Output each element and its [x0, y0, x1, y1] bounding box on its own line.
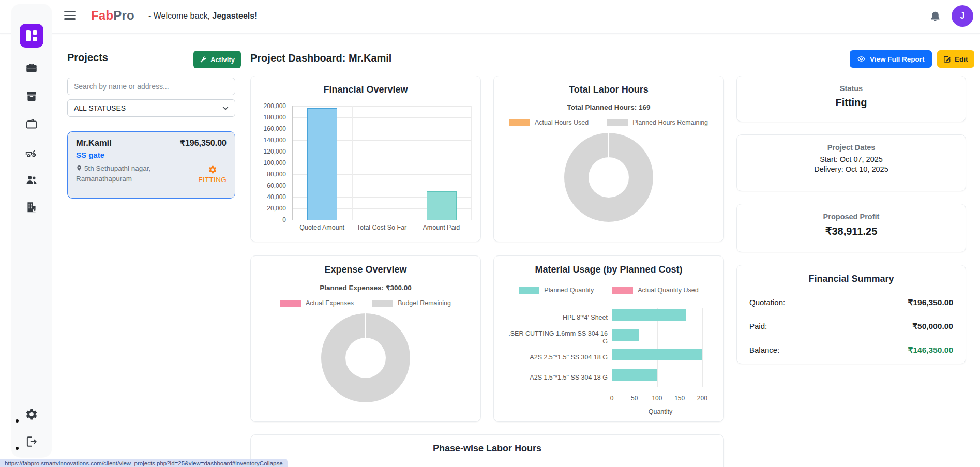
view-full-report-label: View Full Report	[870, 55, 925, 63]
x-axis-tick: 50	[631, 395, 638, 402]
material-label: .SER CUTTING 1.6mm SS 304 16 G	[502, 330, 612, 345]
x-axis-category: Total Cost So Far	[352, 224, 411, 234]
legend-swatch	[519, 287, 539, 294]
brand-pro: Pro	[113, 8, 134, 22]
browser-status-url: https://fabpro.smartvinnovations.com/cli…	[0, 459, 288, 467]
project-address: 5th Sethupathi nagar, Ramanathapuram	[76, 164, 150, 184]
summary-label: Paid:	[749, 322, 767, 330]
legend-item[interactable]: Actual Expenses	[280, 299, 354, 307]
edit-button[interactable]: Edit	[937, 50, 974, 68]
summary-label: Balance:	[749, 345, 779, 354]
legend-label: Budget Remaining	[398, 299, 451, 307]
chevron-down-icon	[222, 106, 229, 110]
y-axis-tick: 40,000	[267, 193, 286, 201]
view-full-report-button[interactable]: View Full Report	[850, 50, 932, 68]
financial-summary-rows: Quotation:₹196,350.00Paid:₹50,000.00Bala…	[748, 291, 954, 361]
legend-swatch	[372, 300, 393, 307]
sidebar-item-company[interactable]	[25, 201, 38, 214]
y-axis-tick: 80,000	[267, 171, 286, 178]
legend-item[interactable]: Actual Hours Used	[509, 119, 589, 126]
status-filter-value: ALL STATUSES	[74, 104, 126, 112]
welcome-prefix: - Welcome back,	[148, 11, 212, 20]
top-header: FabPro - Welcome back, Jegasteels! J	[0, 0, 980, 34]
welcome-suffix: !	[254, 11, 257, 20]
phase-labor-hours-title: Phase-wise Labor Hours	[251, 443, 723, 454]
material-label: HPL 8'*4' Sheet	[502, 314, 612, 321]
sidebar-item-settings[interactable]	[25, 408, 38, 421]
search-input[interactable]	[67, 78, 235, 95]
planned-expenses-subtitle: Planned Expenses: ₹300.00	[251, 283, 480, 292]
y-axis-tick: 0	[282, 216, 286, 223]
brand-fab: Fab	[91, 8, 113, 22]
project-settings-gear-icon[interactable]	[208, 165, 217, 174]
notification-bell-icon[interactable]	[929, 10, 942, 23]
x-axis-label: Quantity	[612, 408, 709, 415]
donut-hole	[589, 157, 629, 198]
financial-overview-chart: 200,000180,000160,000140,000120,000100,0…	[258, 106, 473, 234]
y-axis-tick: 140,000	[264, 137, 286, 144]
page-title: Project Dashboard: Mr.Kamil	[250, 52, 391, 64]
material-usage-chart: HPL 8'*4' Sheet.SER CUTTING 1.6mm SS 304…	[502, 308, 709, 416]
proposed-profit-value: ₹38,911.25	[737, 225, 966, 237]
legend-swatch	[612, 287, 633, 294]
summary-value: ₹146,350.00	[908, 345, 953, 355]
x-axis-category: Amount Paid	[412, 224, 471, 234]
delivery-date: Delivery: Oct 10, 2025	[737, 165, 966, 173]
financial-summary-title: Financial Summary	[737, 274, 966, 284]
proposed-profit-card: Proposed Profit ₹38,911.25	[736, 204, 966, 252]
summary-value: ₹50,000.00	[912, 322, 953, 331]
expense-overview-card: Expense Overview Planned Expenses: ₹300.…	[250, 255, 481, 422]
brand-logo[interactable]: FabPro	[91, 8, 134, 23]
donut-separator	[365, 313, 366, 338]
status-label: Status	[737, 84, 966, 93]
welcome-username: Jegasteels	[212, 11, 254, 20]
edit-pencil-icon	[943, 55, 951, 63]
legend-label: Actual Hours Used	[535, 119, 589, 126]
hamburger-menu-icon[interactable]	[64, 11, 76, 21]
sidebar-item-customers[interactable]	[25, 173, 38, 187]
sidebar-item-projects[interactable]	[25, 61, 38, 74]
status-filter-select[interactable]: ALL STATUSES	[67, 99, 235, 117]
planned-quantity-bar	[612, 369, 657, 381]
sidebar-item-logout[interactable]	[25, 435, 38, 448]
planned-quantity-bar	[612, 329, 639, 341]
legend-item[interactable]: Budget Remaining	[372, 299, 451, 307]
legend-swatch	[607, 119, 628, 126]
sidebar-item-dashboard[interactable]	[20, 24, 43, 48]
legend-label: Planned Hours Remaining	[632, 119, 708, 126]
tools-icon	[200, 56, 207, 63]
legend-item[interactable]: Planned Hours Remaining	[607, 119, 708, 126]
labor-hours-legend: Actual Hours UsedPlanned Hours Remaining	[494, 119, 723, 126]
activity-button[interactable]: Activity	[193, 51, 241, 68]
project-type-link[interactable]: SS gate	[76, 150, 227, 159]
phase-labor-hours-card: Phase-wise Labor Hours	[250, 434, 724, 467]
project-name: Mr.Kamil	[76, 138, 112, 148]
expense-donut-chart	[321, 313, 410, 402]
legend-swatch	[280, 300, 301, 307]
material-label: A2S 1.5"*1.5" SS 304 18 G	[502, 374, 612, 381]
legend-item[interactable]: Actual Quantity Used	[612, 287, 698, 294]
y-axis-tick: 200,000	[264, 102, 286, 110]
planned-quantity-bar	[612, 349, 702, 360]
legend-label: Planned Quantity	[544, 287, 594, 294]
bar-quoted-amount	[307, 108, 337, 220]
welcome-text: - Welcome back, Jegasteels!	[148, 11, 257, 21]
financial-summary-row: Balance:₹146,350.00	[748, 338, 954, 361]
legend-label: Actual Expenses	[306, 299, 354, 307]
sidebar-item-wallet[interactable]	[25, 117, 38, 131]
sidebar-item-vehicles[interactable]	[25, 146, 38, 160]
summary-label: Quotation:	[749, 298, 785, 307]
summary-value: ₹196,350.00	[908, 298, 953, 307]
material-row: A2S 1.5"*1.5" SS 304 18 G	[502, 368, 709, 388]
settings-bullet	[16, 419, 19, 423]
project-list-item[interactable]: Mr.Kamil ₹196,350.00 SS gate 5th Sethupa…	[67, 131, 235, 199]
sidebar-item-inventory[interactable]	[25, 89, 38, 103]
material-usage-title: Material Usage (by Planned Cost)	[494, 264, 723, 275]
legend-item[interactable]: Planned Quantity	[519, 287, 594, 294]
material-row: HPL 8'*4' Sheet	[502, 308, 709, 328]
y-axis-tick: 100,000	[264, 159, 286, 167]
bar-amount-paid	[427, 191, 457, 220]
project-dates-card: Project Dates Start: Oct 07, 2025 Delive…	[736, 134, 966, 191]
user-avatar[interactable]: J	[952, 5, 973, 27]
y-axis-tick: 20,000	[267, 205, 286, 212]
